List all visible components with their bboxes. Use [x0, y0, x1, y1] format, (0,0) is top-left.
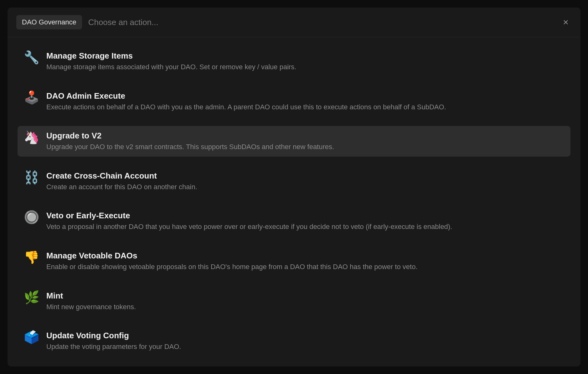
action-icon: 🔧: [24, 51, 39, 64]
action-item[interactable]: 🔘Veto or Early-ExecuteVeto a proposal in…: [18, 206, 570, 236]
action-icon: ⛓️: [24, 171, 39, 184]
close-button[interactable]: [560, 16, 572, 28]
action-description: Update the voting parameters for your DA…: [46, 342, 181, 351]
action-item[interactable]: 🗳️Update Voting ConfigUpdate the voting …: [18, 326, 570, 356]
action-text: DAO Admin ExecuteExecute actions on beha…: [46, 91, 446, 112]
action-icon: 🌿: [24, 291, 39, 304]
action-text: Upgrade to V2Upgrade your DAO to the v2 …: [46, 131, 334, 152]
actions-list: 🔧Manage Storage ItemsManage storage item…: [8, 37, 580, 365]
action-title: Upgrade to V2: [46, 131, 334, 141]
action-text: Manage Vetoable DAOsEnable or disable sh…: [46, 251, 418, 272]
search-input-placeholder[interactable]: Choose an action...: [88, 18, 554, 27]
action-text: Veto or Early-ExecuteVeto a proposal in …: [46, 211, 452, 231]
action-description: Execute actions on behalf of a DAO with …: [46, 103, 446, 112]
action-title: Mint: [46, 291, 136, 301]
action-icon: 🗳️: [24, 331, 39, 343]
category-badge[interactable]: DAO Governance: [16, 15, 82, 29]
action-title: Update Voting Config: [46, 331, 181, 340]
action-icon: 👎: [24, 251, 39, 263]
action-icon: 🦄: [24, 131, 39, 143]
action-icon: 🕹️: [24, 91, 39, 104]
action-item[interactable]: 🦄Upgrade to V2Upgrade your DAO to the v2…: [18, 126, 570, 157]
modal-header: DAO Governance Choose an action...: [8, 8, 580, 37]
close-icon: [562, 19, 569, 26]
action-item[interactable]: ⛓️Create Cross-Chain AccountCreate an ac…: [18, 166, 570, 197]
action-title: Manage Storage Items: [46, 51, 296, 61]
action-icon: 🔘: [24, 211, 39, 223]
action-chooser-modal: DAO Governance Choose an action... 🔧Mana…: [8, 8, 580, 366]
action-description: Manage storage items associated with you…: [46, 63, 296, 72]
action-description: Create an account for this DAO on anothe…: [46, 183, 197, 192]
action-title: DAO Admin Execute: [46, 91, 446, 101]
action-description: Enable or disable showing vetoable propo…: [46, 262, 418, 272]
action-item[interactable]: 🌿MintMint new governance tokens.: [18, 286, 570, 317]
action-item[interactable]: 🔧Manage Storage ItemsManage storage item…: [18, 46, 570, 77]
action-text: Create Cross-Chain AccountCreate an acco…: [46, 171, 197, 192]
action-text: MintMint new governance tokens.: [46, 291, 136, 312]
action-title: Veto or Early-Execute: [46, 211, 452, 221]
action-description: Upgrade your DAO to the v2 smart contrac…: [46, 143, 334, 152]
action-title: Manage Vetoable DAOs: [46, 251, 418, 261]
action-description: Veto a proposal in another DAO that you …: [46, 222, 452, 231]
action-description: Mint new governance tokens.: [46, 303, 136, 312]
action-title: Create Cross-Chain Account: [46, 171, 197, 181]
action-text: Manage Storage ItemsManage storage items…: [46, 51, 296, 72]
action-item[interactable]: 🕹️DAO Admin ExecuteExecute actions on be…: [18, 86, 570, 117]
action-item[interactable]: 👎Manage Vetoable DAOsEnable or disable s…: [18, 246, 570, 277]
action-text: Update Voting ConfigUpdate the voting pa…: [46, 331, 181, 351]
